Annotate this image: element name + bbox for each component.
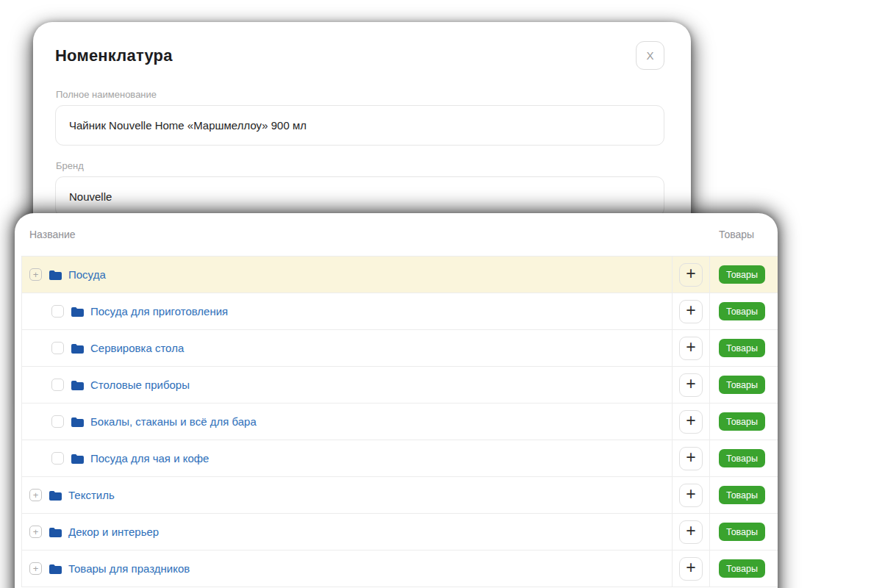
add-icon: + <box>686 302 695 319</box>
checkbox[interactable] <box>51 452 64 465</box>
add-icon: + <box>686 265 695 282</box>
folder-icon <box>71 380 84 390</box>
close-button[interactable]: X <box>636 41 664 70</box>
add-icon: + <box>686 559 695 576</box>
category-link[interactable]: Сервировка стола <box>90 342 184 354</box>
brand-input[interactable] <box>55 176 664 217</box>
add-icon: + <box>686 486 695 503</box>
expand-icon[interactable]: + <box>29 562 42 575</box>
products-button[interactable]: Товары <box>719 523 765 541</box>
table-row-tovary-dlya-prazdnikov: + Товары для праздников + Товары <box>22 551 778 587</box>
table-row-dekor: + Декор и интерьер + Товары <box>22 514 778 551</box>
category-link[interactable]: Бокалы, стаканы и всё для бара <box>90 415 257 428</box>
table-row-stolovye-pribory: Столовые приборы + Товары <box>22 367 778 404</box>
category-link[interactable]: Декор и интерьер <box>68 526 159 538</box>
table-header: Название Товары <box>15 213 778 256</box>
folder-icon <box>49 490 62 501</box>
plus-glyph: + <box>33 490 39 501</box>
expand-icon[interactable]: + <box>29 489 42 501</box>
products-button[interactable]: Товары <box>719 412 765 431</box>
products-button[interactable]: Товары <box>719 559 765 578</box>
add-subcategory-button[interactable]: + <box>679 447 703 470</box>
table-row-posuda: + Посуда + Товары <box>22 257 778 293</box>
folder-icon <box>71 343 84 354</box>
table-row-posuda-prigotovlenie: Посуда для приготовления + Товары <box>22 293 778 330</box>
field-full-name: Полное наименование <box>55 89 664 146</box>
folder-icon <box>49 527 62 537</box>
column-header-name: Название <box>29 229 76 240</box>
category-link[interactable]: Текстиль <box>68 489 115 501</box>
add-icon: + <box>686 412 695 429</box>
add-subcategory-button[interactable]: + <box>679 484 703 507</box>
expand-icon[interactable]: + <box>29 268 42 281</box>
expand-icon[interactable]: + <box>29 526 42 538</box>
category-link[interactable]: Посуда для чая и кофе <box>90 452 209 465</box>
category-link[interactable]: Посуда для приготовления <box>90 305 228 318</box>
category-link[interactable]: Товары для праздников <box>68 562 190 575</box>
table-row-servirovka: Сервировка стола + Товары <box>22 330 778 367</box>
checkbox[interactable] <box>51 379 64 391</box>
full-name-input[interactable] <box>55 105 664 146</box>
add-icon: + <box>686 339 695 356</box>
checkbox[interactable] <box>51 415 64 428</box>
add-subcategory-button[interactable]: + <box>679 263 703 287</box>
folder-icon <box>71 453 84 464</box>
modal-title: Номенклатура <box>55 46 173 65</box>
close-icon: X <box>646 49 653 62</box>
folder-icon <box>49 564 62 574</box>
table-row-posuda-chay-kofe: Посуда для чая и кофе + Товары <box>22 440 778 477</box>
table-row-tekstil: + Текстиль + Товары <box>22 477 778 514</box>
category-table: + Посуда + Товары Посуда для приготовлен… <box>21 256 778 587</box>
products-button[interactable]: Товары <box>719 265 765 284</box>
field-brand: Бренд <box>55 160 664 217</box>
add-icon: + <box>686 449 695 466</box>
field-label: Полное наименование <box>55 89 664 100</box>
checkbox[interactable] <box>51 305 64 318</box>
add-subcategory-button[interactable]: + <box>679 300 703 323</box>
table-row-bokaly: Бокалы, стаканы и всё для бара + Товары <box>22 404 778 440</box>
folder-icon <box>71 417 84 427</box>
add-subcategory-button[interactable]: + <box>679 373 703 397</box>
products-button[interactable]: Товары <box>719 376 765 394</box>
modal-header: Номенклатура X <box>55 41 664 70</box>
add-subcategory-button[interactable]: + <box>679 520 703 544</box>
column-header-products: Товары <box>719 229 754 240</box>
category-link[interactable]: Посуда <box>68 268 106 281</box>
catalog-panel: Название Товары + Посуда + Товары Посуда… <box>15 213 778 588</box>
add-subcategory-button[interactable]: + <box>679 557 703 581</box>
folder-icon <box>71 306 84 317</box>
plus-glyph: + <box>33 563 39 574</box>
add-subcategory-button[interactable]: + <box>679 410 703 434</box>
field-label: Бренд <box>55 160 664 171</box>
checkbox[interactable] <box>51 342 64 354</box>
products-button[interactable]: Товары <box>719 486 765 504</box>
add-icon: + <box>686 376 695 392</box>
products-button[interactable]: Товары <box>719 302 765 320</box>
folder-icon <box>49 270 62 280</box>
add-subcategory-button[interactable]: + <box>679 337 703 360</box>
products-button[interactable]: Товары <box>719 449 765 467</box>
add-icon: + <box>686 523 695 539</box>
plus-glyph: + <box>33 526 39 537</box>
plus-glyph: + <box>33 269 39 280</box>
category-link[interactable]: Столовые приборы <box>90 379 190 391</box>
products-button[interactable]: Товары <box>719 339 765 357</box>
